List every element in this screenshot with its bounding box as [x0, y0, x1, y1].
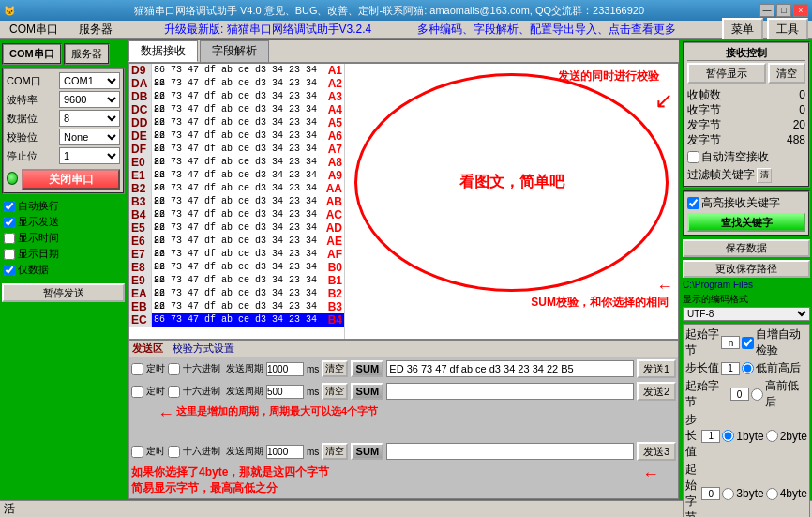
show-date-checkbox[interactable]	[4, 249, 15, 260]
hex-data-row[interactable]: E986 73 47 df ab ce d3 34 23 34 22B1	[129, 274, 344, 287]
hex-data-row[interactable]: EA86 73 47 df ab ce d3 34 23 34 22B2	[129, 287, 344, 300]
com-select[interactable]: COM1	[59, 72, 120, 89]
hex-data-row[interactable]: DA86 73 47 df ab ce d3 34 23 34 22A2	[129, 77, 344, 90]
send2-input[interactable]	[386, 383, 634, 400]
highlight-checkbox[interactable]	[687, 197, 699, 209]
start-byte3-input[interactable]	[701, 487, 720, 500]
step1-input[interactable]	[721, 362, 740, 375]
send2-clear-button[interactable]: 清空	[322, 383, 348, 400]
send3-sum-button[interactable]: SUM	[351, 443, 383, 460]
send2-timer-checkbox[interactable]	[131, 386, 143, 398]
menu-server[interactable]: 服务器	[73, 20, 118, 39]
hex-data-row[interactable]: E686 73 47 df ab ce d3 34 23 34 22AE	[129, 235, 344, 248]
hex-data-row[interactable]: E586 73 47 df ab ce d3 34 23 34 22AD	[129, 221, 344, 235]
pause-send-button[interactable]: 暂停发送	[2, 283, 125, 302]
com-port-tab[interactable]: COM串口	[2, 43, 62, 65]
high-low-radio[interactable]	[751, 388, 763, 401]
show-date-row: 显示日期	[4, 247, 123, 261]
hex-data-row[interactable]: DD86 73 47 df ab ce d3 34 23 34 22A5	[129, 116, 344, 129]
sum-annotation: SUM校验，和你选择的相同	[531, 295, 669, 311]
server-tab[interactable]: 服务器	[64, 43, 110, 65]
hex-data-row[interactable]: E786 73 47 df ab ce d3 34 23 34 22AF	[129, 248, 344, 261]
send1-input[interactable]	[386, 360, 634, 377]
send3-clear-button[interactable]: 清空	[322, 443, 348, 460]
send3-button[interactable]: 发送3	[637, 442, 676, 461]
display-note: 简易显示字节，最高高低之分	[131, 481, 278, 494]
databits-select[interactable]: 8	[59, 110, 120, 127]
send1-period-input[interactable]	[266, 362, 304, 376]
step2-input[interactable]	[701, 430, 720, 443]
baud-select[interactable]: 9600	[59, 91, 120, 108]
send3-period-input[interactable]	[266, 445, 304, 459]
info-encoding[interactable]: 多种编码、字段解析、配置导出导入、点击查看更多	[417, 22, 676, 38]
encoding-select[interactable]: UTF-8 GBK ASCII	[683, 307, 810, 321]
send3-hex-checkbox[interactable]	[168, 446, 180, 458]
send1-unit: ms	[307, 364, 319, 374]
hex-data-row[interactable]: D986 73 47 df ab ce d3 34 23 34 22A1	[129, 64, 344, 77]
byte4-radio[interactable]	[766, 488, 778, 500]
send1-sum-button[interactable]: SUM	[351, 360, 383, 377]
hex-data-row[interactable]: B286 73 47 df ab ce d3 34 23 34 22AA	[129, 182, 344, 195]
auto-detect-checkbox[interactable]	[742, 337, 754, 349]
send-bytes-row: 发字节 20	[687, 117, 805, 132]
show-time-row: 显示时间	[4, 231, 123, 245]
show-time-checkbox[interactable]	[4, 233, 15, 244]
send2-period-input[interactable]	[266, 385, 304, 399]
auto-newline-checkbox[interactable]	[4, 201, 15, 212]
hex-data-row[interactable]: DE86 73 47 df ab ce d3 34 23 34 22A6	[129, 129, 344, 143]
send1-timer-checkbox[interactable]	[131, 363, 143, 375]
send2-hex-checkbox[interactable]	[168, 386, 180, 398]
send3-timer-checkbox[interactable]	[131, 446, 143, 458]
send3-input[interactable]	[386, 443, 634, 460]
filter-clear-button[interactable]: 清	[757, 168, 772, 183]
stopbits-select[interactable]: 1	[59, 147, 120, 164]
period-annotation: 这里是增加的周期，周期最大可以选4个字节	[176, 404, 378, 418]
show-send-checkbox[interactable]	[4, 217, 15, 228]
hex-data-row[interactable]: EC86 73 47 df ab ce d3 34 23 34 22B4	[129, 313, 344, 327]
auto-clear-checkbox[interactable]	[687, 151, 699, 163]
tab-receive[interactable]: 数据接收	[128, 40, 198, 62]
menu-comport[interactable]: COM串口	[4, 20, 64, 39]
find-keyword-button[interactable]: 查找关键字	[687, 213, 805, 232]
send-area-header: 发送区 校验方式设置	[129, 341, 678, 357]
info-upgrade[interactable]: 升级最新版: 猫猫串口网络调试助手V3.2.4	[164, 22, 371, 38]
send1-clear-button[interactable]: 清空	[322, 360, 348, 377]
ellipse-text: 看图文，简单吧	[459, 173, 564, 192]
high-low-label: 高前低后	[765, 378, 808, 410]
hex-data-row[interactable]: DF86 73 47 df ab ce d3 34 23 34 22A7	[129, 143, 344, 156]
hex-data-row[interactable]: EB86 73 47 df ab ce d3 34 23 34 22B3	[129, 300, 344, 313]
clear-recv-button[interactable]: 清空	[768, 63, 805, 84]
parity-select[interactable]: None	[59, 129, 120, 145]
send3-timer-label: 定时	[146, 445, 165, 458]
menu-button[interactable]: 菜单	[722, 18, 763, 41]
maximize-button[interactable]: □	[776, 4, 791, 17]
hex-data-row[interactable]: DB86 73 47 df ab ce d3 34 23 34 22A3	[129, 90, 344, 103]
close-port-button[interactable]: 关闭串口	[22, 169, 120, 190]
send2-sum-button[interactable]: SUM	[351, 383, 383, 400]
send2-button[interactable]: 发送2	[637, 382, 676, 401]
hex-data-row[interactable]: E086 73 47 df ab ce d3 34 23 34 22A8	[129, 156, 344, 169]
close-button[interactable]: ×	[793, 4, 808, 17]
start-byte1-input[interactable]	[721, 336, 740, 349]
hex-data-row[interactable]: DC86 73 47 df ab ce d3 34 23 34 22A4	[129, 103, 344, 116]
hex-data-row[interactable]: B486 73 47 df ab ce d3 34 23 34 22AC	[129, 208, 344, 221]
byte3-radio[interactable]	[722, 488, 734, 500]
hex-data-row[interactable]: E186 73 47 df ab ce d3 34 23 34 22A9	[129, 169, 344, 182]
tools-button[interactable]: 工具	[767, 18, 808, 41]
start-byte2-input[interactable]	[730, 388, 749, 401]
hex-data-row[interactable]: E886 73 47 df ab ce d3 34 23 34 22B0	[129, 261, 344, 274]
byte1-label: 1byte	[736, 430, 763, 443]
change-path-button[interactable]: 更改保存路径	[683, 260, 810, 278]
minimize-button[interactable]: —	[759, 4, 774, 17]
tab-parse[interactable]: 字段解析	[200, 40, 269, 62]
save-data-button[interactable]: 保存数据	[683, 239, 810, 257]
byte1-radio[interactable]	[722, 430, 734, 442]
byte2-radio[interactable]	[766, 430, 778, 442]
tabs-bar: 数据接收 字段解析	[128, 40, 679, 63]
low-high-radio[interactable]	[742, 362, 754, 374]
pause-display-button[interactable]: 暂停显示	[687, 63, 766, 84]
send1-hex-checkbox[interactable]	[168, 363, 180, 375]
hex-data-row[interactable]: B386 73 47 df ab ce d3 34 23 34 22AB	[129, 195, 344, 208]
send1-button[interactable]: 发送1	[637, 359, 676, 378]
only-data-checkbox[interactable]	[4, 265, 15, 276]
